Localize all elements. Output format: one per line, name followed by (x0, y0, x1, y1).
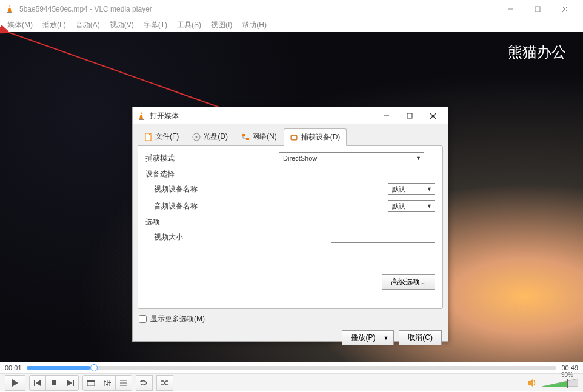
video-device-label: 视频设备名称 (145, 184, 279, 194)
maximize-button[interactable] (524, 0, 551, 18)
main-menubar: 媒体(M) 播放(L) 音频(A) 视频(V) 字幕(T) 工具(S) 视图(I… (0, 18, 583, 32)
shuffle-icon (161, 379, 169, 387)
play-pause-button[interactable] (5, 375, 25, 391)
prev-button[interactable] (29, 375, 46, 391)
speaker-icon[interactable] (527, 378, 538, 388)
svg-rect-10 (139, 119, 144, 120)
shuffle-button[interactable] (156, 375, 173, 391)
disc-icon (192, 133, 201, 141)
main-titlebar: 5bae59445e0ec.mp4 - VLC media player (0, 0, 583, 18)
svg-rect-36 (106, 384, 108, 385)
close-button[interactable] (551, 0, 578, 18)
svg-rect-29 (73, 380, 74, 386)
chevron-down-icon: ▼ (383, 335, 388, 341)
svg-rect-37 (108, 382, 111, 383)
svg-rect-2 (8, 7, 11, 8)
fullscreen-icon (87, 380, 95, 386)
tab-network[interactable]: 网络(N) (235, 128, 284, 145)
video-device-combo[interactable]: 默认▼ (388, 183, 435, 195)
tab-file[interactable]: 文件(F) (138, 128, 185, 145)
file-icon (144, 133, 153, 141)
playlist-button[interactable] (115, 375, 132, 391)
loop-icon (140, 379, 148, 387)
advanced-options-button[interactable]: 高级选项... (382, 274, 435, 290)
svg-rect-35 (104, 381, 106, 382)
next-button[interactable] (62, 375, 79, 391)
svg-rect-25 (34, 380, 35, 386)
corner-watermark: 熊猫办公 (508, 42, 566, 62)
play-icon (12, 379, 19, 387)
equalizer-icon (104, 380, 111, 386)
vlc-cone-icon (5, 4, 15, 14)
window-title: 5bae59445e0ec.mp4 - VLC media player (19, 5, 496, 13)
audio-device-combo[interactable]: 默认▼ (388, 200, 435, 212)
options-section-label: 选项 (145, 217, 435, 227)
chevron-down-icon: ▼ (427, 203, 432, 209)
dialog-tabs: 文件(F) 光盘(D) 网络(N) 捕获设备(D) (133, 124, 448, 145)
dialog-titlebar[interactable]: 打开媒体 (133, 107, 448, 124)
open-media-dialog: 打开媒体 文件(F) 光盘(D) 网络(N) 捕获设备(D) (132, 107, 448, 342)
svg-rect-31 (87, 380, 95, 382)
menu-playback[interactable]: 播放(L) (38, 19, 71, 32)
svg-rect-23 (292, 136, 296, 139)
svg-point-19 (196, 136, 198, 138)
chevron-down-icon: ▼ (427, 186, 432, 192)
svg-rect-20 (242, 134, 245, 136)
svg-rect-4 (535, 7, 540, 12)
show-more-label: 显示更多选项(M) (150, 314, 205, 324)
menu-subtitle[interactable]: 字幕(T) (139, 19, 172, 32)
tab-capture[interactable]: 捕获设备(D) (284, 128, 347, 146)
volume-control: 90% (527, 377, 578, 388)
vlc-cone-icon (136, 111, 146, 121)
svg-rect-11 (140, 114, 142, 115)
device-section-label: 设备选择 (145, 169, 435, 179)
menu-help[interactable]: 帮助(H) (237, 19, 272, 32)
menu-audio[interactable]: 音频(A) (71, 19, 105, 32)
capture-mode-label: 捕获模式 (145, 153, 279, 164)
seek-slider[interactable] (27, 366, 557, 370)
menu-video[interactable]: 视频(V) (105, 19, 139, 32)
time-current[interactable]: 00:01 (5, 364, 22, 371)
play-button[interactable]: 播放(P) ▼ (342, 330, 394, 345)
chevron-down-icon: ▼ (416, 155, 421, 161)
loop-button[interactable] (136, 375, 153, 391)
video-size-label: 视频大小 (145, 232, 279, 242)
show-more-checkbox[interactable] (139, 315, 147, 323)
svg-marker-24 (12, 379, 18, 387)
svg-rect-13 (407, 113, 412, 118)
menu-tools[interactable]: 工具(S) (172, 19, 206, 32)
extended-settings-button[interactable] (99, 375, 116, 391)
svg-rect-1 (7, 12, 12, 13)
stop-button[interactable] (45, 375, 62, 391)
svg-marker-26 (36, 380, 41, 386)
capture-mode-combo[interactable]: DirectShow▼ (279, 152, 424, 164)
volume-percent: 90% (561, 371, 573, 378)
svg-marker-28 (67, 380, 72, 386)
tab-capture-panel: 捕获模式 DirectShow▼ 设备选择 视频设备名称 默认▼ 音频设备名称 … (138, 145, 443, 309)
fullscreen-button[interactable] (82, 375, 99, 391)
menu-media[interactable]: 媒体(M) (2, 19, 38, 32)
dialog-maximize-button[interactable] (398, 108, 421, 123)
svg-marker-42 (528, 379, 533, 387)
stop-icon (51, 380, 57, 386)
time-total[interactable]: 00:49 (561, 364, 578, 371)
video-viewport[interactable]: 熊猫办公 安下载 anxz.com 打开媒体 文件(F) 光盘(D) (0, 32, 583, 362)
audio-device-label: 音频设备名称 (145, 201, 279, 211)
skip-previous-icon (34, 380, 41, 386)
dialog-minimize-button[interactable] (375, 108, 398, 123)
dialog-title: 打开媒体 (150, 111, 375, 121)
menu-view[interactable]: 视图(I) (206, 19, 237, 32)
volume-slider[interactable]: 90% (542, 377, 578, 388)
cancel-button[interactable]: 取消(C) (399, 330, 442, 345)
video-size-input[interactable] (331, 231, 435, 243)
playlist-icon (120, 380, 127, 386)
skip-next-icon (67, 380, 74, 386)
playback-controls: 90% (0, 373, 583, 391)
svg-rect-27 (52, 380, 56, 385)
capture-icon (290, 133, 299, 142)
tab-disc[interactable]: 光盘(D) (185, 128, 235, 145)
network-icon (241, 133, 250, 141)
seek-row: 00:01 00:49 (0, 362, 583, 373)
dialog-close-button[interactable] (421, 108, 444, 123)
minimize-button[interactable] (496, 0, 524, 18)
